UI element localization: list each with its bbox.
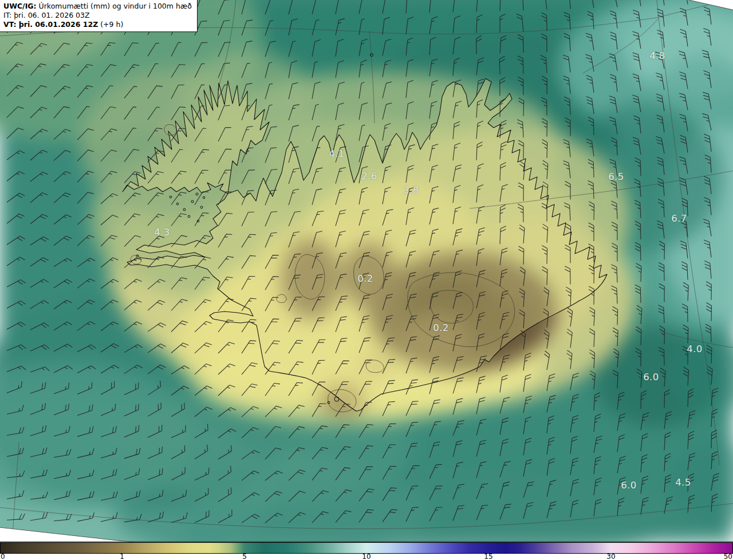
precip-label: 3.8: [403, 185, 419, 196]
valid-time-line: VT: þri. 06.01.2026 12Z (+9 h): [3, 20, 192, 29]
title-box: UWC/IG: Úrkomumætti (mm) og vindur i 100…: [0, 0, 198, 32]
colorbar-tick-label: 0: [1, 553, 5, 560]
weather-map-stage: 4.86.56.74.12.63.84.30.20.24.06.06.04.5 …: [0, 0, 733, 560]
colorbar-gradient: [0, 542, 733, 554]
precip-label: 0.2: [357, 273, 373, 284]
init-time: IT: þri. 06. 01. 2026 03Z: [3, 11, 192, 20]
colorbar-tick-label: 30: [606, 553, 615, 560]
precip-label: 6.7: [671, 213, 687, 224]
precip-label: 6.0: [621, 480, 637, 491]
valid-time: VT: þri. 06.01.2026 12Z: [3, 20, 98, 29]
product-label: UWC/IG:: [3, 2, 37, 10]
colorbar-tick-label: 10: [362, 553, 371, 560]
precip-label: 4.1: [329, 148, 345, 159]
precip-label: 4.0: [687, 344, 703, 354]
title-line: UWC/IG: Úrkomumætti (mm) og vindur i 100…: [3, 2, 192, 11]
colorbar-tick-label: 1: [120, 553, 124, 560]
colorbar-tick-label: 50: [724, 553, 732, 560]
precip-label: 0.2: [433, 322, 449, 333]
precip-label: 4.8: [649, 50, 665, 61]
colorbar-tick-label: 5: [242, 553, 247, 560]
title-text: Úrkomumætti (mm) og vindur i 100m hæð: [37, 2, 192, 10]
precip-label: 6.5: [608, 171, 624, 182]
precip-label: 6.0: [643, 372, 659, 382]
colorbar-tick-labels: 01510153050: [0, 553, 733, 560]
precip-label: 4.3: [154, 227, 170, 238]
colorbar: 01510153050: [0, 542, 733, 560]
colorbar-tick-label: 15: [484, 553, 492, 560]
precip-label-layer: 4.86.56.74.12.63.84.30.20.24.06.06.04.5: [0, 0, 733, 542]
precip-label: 4.5: [675, 477, 691, 488]
precip-label: 2.6: [361, 171, 377, 182]
valid-time-offset: (+9 h): [98, 20, 123, 29]
